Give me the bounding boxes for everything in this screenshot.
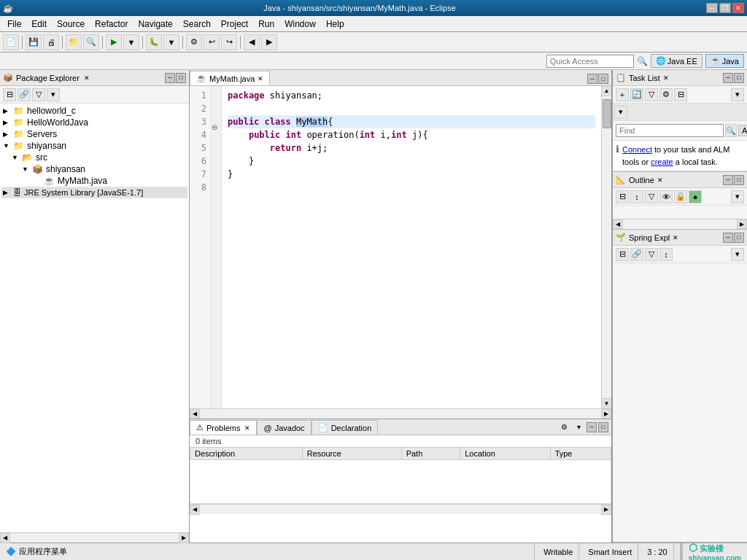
outline-maximize-btn[interactable]: □: [734, 175, 744, 185]
debug-dropdown[interactable]: ▼: [163, 34, 179, 50]
toolbar-btn-c[interactable]: ↪: [221, 34, 237, 50]
new-button[interactable]: 📄: [3, 34, 19, 50]
find-input[interactable]: [616, 124, 724, 137]
editor-maximize-btn[interactable]: □: [598, 74, 608, 84]
save-button[interactable]: 💾: [26, 34, 42, 50]
pkg-link-btn[interactable]: 🔗: [18, 88, 31, 101]
restore-button[interactable]: ❐: [719, 3, 731, 13]
run-dropdown[interactable]: ▼: [123, 34, 139, 50]
task-collapse-btn[interactable]: ⊟: [674, 88, 687, 101]
perspective-java[interactable]: ☕ Java: [705, 54, 744, 68]
menu-file[interactable]: File: [3, 18, 26, 31]
run-button[interactable]: ▶: [106, 34, 122, 50]
outline-sort-btn[interactable]: ↕: [630, 190, 643, 203]
outline-minimize-btn[interactable]: ─: [723, 175, 733, 185]
spring-controls[interactable]: ─ □: [723, 233, 744, 243]
tree-item-shiyansan[interactable]: ▼ 📁 shiyansan: [1, 140, 187, 152]
outline-hscroll-track[interactable]: [623, 219, 737, 229]
pkg-minimize-btn[interactable]: ─: [165, 73, 175, 83]
hscroll-left-arrow[interactable]: ◀: [0, 533, 10, 543]
bottom-hscroll[interactable]: ◀ ▶: [190, 504, 611, 514]
tasklist-minimize-btn[interactable]: ─: [723, 73, 733, 83]
outline-filter-btn[interactable]: ▽: [645, 190, 658, 203]
vscroll-thumb[interactable]: [603, 99, 611, 128]
outline-collapse-btn[interactable]: ⊟: [616, 190, 629, 203]
menu-project[interactable]: Project: [217, 18, 252, 31]
spring-sort-btn[interactable]: ↕: [659, 248, 673, 261]
pkg-collapse-btn[interactable]: ⊟: [3, 88, 16, 101]
spring-maximize-btn[interactable]: □: [734, 233, 744, 243]
spring-minimize-btn[interactable]: ─: [723, 233, 733, 243]
search-toolbar-button[interactable]: 🔍: [83, 34, 99, 50]
outline-menu-btn[interactable]: ▾: [731, 190, 744, 203]
open-button[interactable]: 📁: [66, 34, 82, 50]
task-filter-btn[interactable]: ▽: [645, 88, 658, 101]
editor-hscroll-track[interactable]: [200, 409, 601, 419]
tasklist-maximize-btn[interactable]: □: [734, 73, 744, 83]
bottom-hscroll-right[interactable]: ▶: [601, 505, 611, 515]
code-editor[interactable]: package shiyansan; public class MyMath{ …: [222, 86, 601, 408]
outline-hide-btn[interactable]: 👁: [659, 190, 673, 203]
menu-source[interactable]: Source: [53, 18, 89, 31]
spring-collapse-btn[interactable]: ⊟: [616, 248, 629, 261]
close-button[interactable]: ✕: [732, 3, 744, 13]
tree-item-jre[interactable]: ▶ 🗄 JRE System Library [JavaSE-1.7]: [1, 187, 187, 198]
toolbar-btn-a[interactable]: ⚙: [186, 34, 202, 50]
menu-run[interactable]: Run: [254, 18, 279, 31]
problems-minimize-btn[interactable]: ─: [587, 422, 597, 432]
tree-item-helloworld-c[interactable]: ▶ 📁 helloworld_c: [1, 105, 187, 117]
outline-hscroll-right[interactable]: ▶: [737, 219, 747, 229]
editor-hscroll-left[interactable]: ◀: [190, 409, 200, 419]
task-new-btn[interactable]: +: [616, 88, 629, 101]
problems-chevron-btn[interactable]: ▾: [572, 421, 585, 434]
editor-minimize-btn[interactable]: ─: [587, 74, 597, 84]
pkg-maximize-btn[interactable]: □: [176, 73, 186, 83]
window-controls[interactable]: ─ ❐ ✕: [706, 3, 744, 13]
print-button[interactable]: 🖨: [43, 34, 59, 50]
outline-hide2-btn[interactable]: 🔒: [674, 190, 687, 203]
create-link[interactable]: create: [651, 158, 673, 166]
tree-item-mymath[interactable]: ▶ ☕ MyMath.java: [1, 175, 187, 187]
menu-navigate[interactable]: Navigate: [133, 18, 177, 31]
editor-hscroll-right[interactable]: ▶: [601, 409, 611, 419]
left-panel-hscroll[interactable]: ◀ ▶: [0, 532, 189, 542]
task-filter-icon[interactable]: ▾: [614, 106, 627, 119]
menu-refactor[interactable]: Refactor: [90, 18, 132, 31]
package-explorer-controls[interactable]: ─ □: [165, 73, 186, 83]
tab-javadoc[interactable]: @ Javadoc: [257, 420, 311, 435]
tab-declaration[interactable]: 📄 Declaration: [311, 420, 379, 435]
tab-problems[interactable]: ⚠ Problems ✕: [190, 420, 257, 435]
vscroll-track[interactable]: [602, 96, 611, 398]
bottom-hscroll-track[interactable]: [200, 505, 601, 515]
task-sync-btn[interactable]: 🔄: [630, 88, 643, 101]
find-search-icon[interactable]: 🔍: [725, 124, 737, 137]
spring-filter-btn[interactable]: ▽: [645, 248, 658, 261]
outline-controls[interactable]: ─ □: [723, 175, 744, 185]
menu-help[interactable]: Help: [322, 18, 349, 31]
task-menu-btn[interactable]: ▾: [731, 88, 744, 101]
tree-item-src[interactable]: ▼ 📂 src: [1, 152, 187, 163]
menu-window[interactable]: Window: [280, 18, 320, 31]
menu-search[interactable]: Search: [179, 18, 215, 31]
task-list-controls[interactable]: ─ □: [723, 73, 744, 83]
tree-item-helloworldjava[interactable]: ▶ 📁 HelloWorldJava: [1, 117, 187, 128]
tree-item-shiyansan-pkg[interactable]: ▼ 📦 shiyansan: [1, 163, 187, 175]
minimize-button[interactable]: ─: [706, 3, 718, 13]
editor-vscroll[interactable]: ▲ ▼: [601, 86, 611, 408]
outline-hscroll-left[interactable]: ◀: [613, 219, 623, 229]
toolbar-btn-e[interactable]: ▶: [261, 34, 277, 50]
task-settings-btn[interactable]: ⚙: [659, 88, 673, 101]
editor-tab-mymath[interactable]: ☕ MyMath.java ✕: [190, 71, 270, 85]
pkg-filter-btn[interactable]: ▽: [32, 88, 45, 101]
perspective-java-ee[interactable]: 🌐 Java EE: [651, 54, 703, 68]
spring-link-btn[interactable]: 🔗: [630, 248, 643, 261]
app-menu-area[interactable]: 🔷 应用程序菜单: [6, 546, 67, 557]
pkg-menu-btn[interactable]: ▾: [47, 88, 60, 101]
filter-all-btn[interactable]: All: [738, 125, 747, 136]
toolbar-btn-b[interactable]: ↩: [204, 34, 220, 50]
menu-edit[interactable]: Edit: [27, 18, 51, 31]
quick-access-input[interactable]: [546, 55, 634, 68]
connect-link[interactable]: Connect: [622, 145, 652, 154]
outline-dot-btn[interactable]: ●: [689, 190, 702, 203]
vscroll-up-arrow[interactable]: ▲: [602, 86, 611, 96]
